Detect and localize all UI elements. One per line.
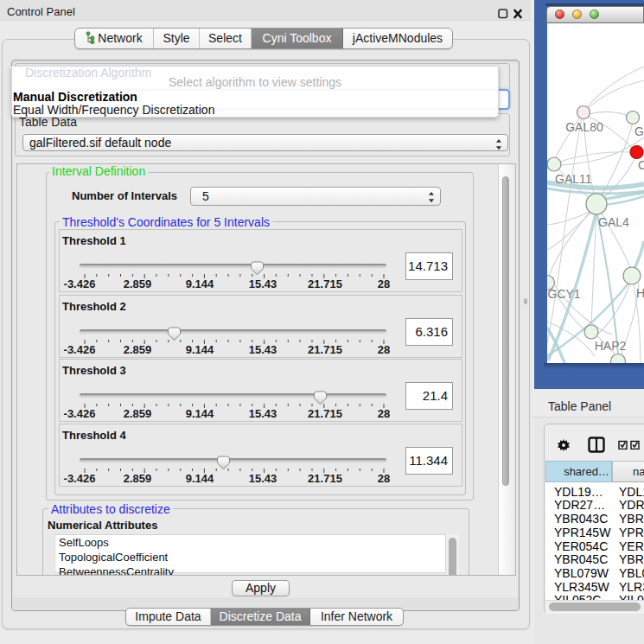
svg-text:GAL11: GAL11: [555, 172, 592, 186]
svg-text:GCY1: GCY1: [548, 287, 581, 301]
svg-text:C: C: [638, 158, 644, 172]
svg-text:HAP2: HAP2: [595, 339, 627, 353]
svg-text:GAL80: GAL80: [565, 120, 603, 134]
svg-text:H: H: [636, 286, 644, 300]
svg-text:GAL4: GAL4: [598, 215, 629, 229]
svg-text:GA: GA: [634, 124, 644, 138]
